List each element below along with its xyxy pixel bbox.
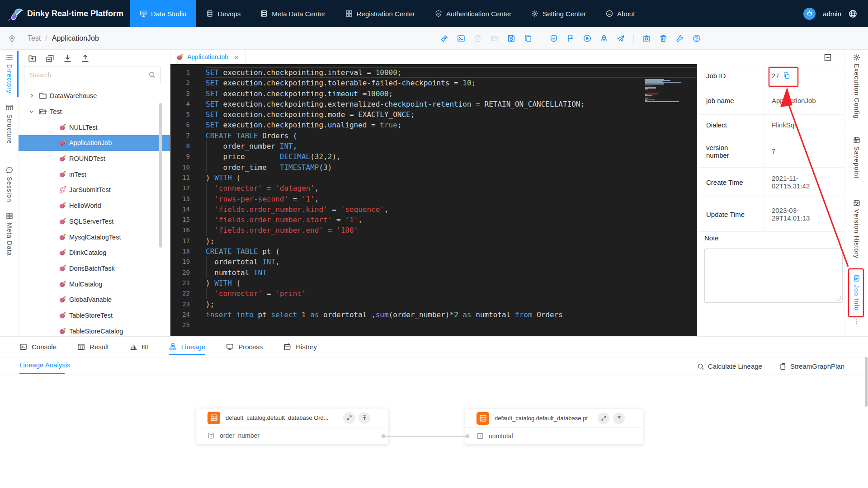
right-tab-savepoint[interactable]: Savepoint (845, 136, 868, 178)
right-tab-execution-config[interactable]: Execution Config (845, 54, 868, 119)
nav-item-devops[interactable]: Devops (196, 0, 250, 27)
editor-tab-applicationjob[interactable]: ApplicationJob × (170, 50, 245, 64)
flag-icon[interactable] (566, 34, 575, 42)
snapshot-camera-icon[interactable] (642, 34, 651, 42)
button-calculate-lineage[interactable]: Calculate Lineage (697, 362, 762, 370)
sidebar-tab-structure[interactable]: Structure (0, 104, 19, 144)
lineage-canvas[interactable]: default_catalog.default_database.Ord...o… (0, 375, 868, 488)
breadcrumb-separator: / (45, 34, 47, 42)
tree-item-globalvariable[interactable]: GlobalVariable (19, 292, 170, 308)
format-broom-icon[interactable] (440, 34, 448, 42)
tree-item-nulltest[interactable]: NULLTest (19, 119, 170, 135)
nav-item-data-studio[interactable]: SQLData Studio (130, 0, 196, 27)
folder-open-icon (39, 108, 47, 116)
page-scrollbar[interactable] (865, 357, 868, 407)
tree-item-roundtest[interactable]: ROUNDTest (19, 151, 170, 167)
bottom-tab-process[interactable]: Process (226, 337, 263, 357)
collapse-fields-icon[interactable] (613, 413, 625, 424)
lineage-node-1[interactable]: default_catalog.default_database.Ord...o… (196, 408, 389, 444)
bar-chart-icon (130, 343, 137, 351)
submit-rocket-icon[interactable] (600, 34, 608, 42)
username[interactable]: admin (823, 10, 841, 18)
tree-item-mysqlcatalogtest[interactable]: MysqlCatalogTest (19, 229, 170, 245)
tree-item-sqlservertest[interactable]: SQLServerTest (19, 214, 170, 230)
sidebar-tab-meta-data[interactable]: Meta Data (0, 212, 19, 256)
lineage-field-numtotal[interactable]: numtotal (465, 428, 643, 444)
tree-item-tablestoretest[interactable]: TableStoreTest (19, 308, 170, 324)
user-avatar[interactable] (803, 8, 816, 20)
tree-item-helloworld[interactable]: HelloWorld (19, 198, 170, 214)
tree-item-dorisbatchtask[interactable]: DorisBatchTask (19, 261, 170, 277)
flink-task-icon (58, 170, 66, 178)
bottom-tab-bi[interactable]: BI (130, 337, 148, 357)
nav-item-registration-center[interactable]: Registration Center (335, 0, 425, 27)
tree-item-jarsubmittest[interactable]: JARJarSubmitTest (19, 182, 170, 198)
tree-item-test[interactable]: Test (19, 104, 170, 120)
info-label: Create Time (699, 168, 764, 197)
run-play-icon[interactable] (583, 34, 591, 42)
code-line-22: 'connector' = 'print' (206, 288, 697, 299)
help-question-icon[interactable] (693, 34, 701, 42)
nav-item-meta-data-center[interactable]: Meta Data Center (250, 0, 335, 27)
sidebar-tab-directory[interactable]: Directory (0, 54, 19, 94)
close-tab-icon[interactable]: × (235, 53, 239, 61)
console-terminal-icon[interactable] (457, 34, 465, 42)
search-button[interactable] (144, 66, 160, 83)
editor-minimap[interactable] (645, 79, 684, 102)
send-plane-icon[interactable] (617, 34, 625, 42)
button-streamgraphplan[interactable]: StreamGraphPlan (779, 362, 844, 370)
tree-scrollbar[interactable] (159, 103, 162, 248)
import-icon[interactable] (63, 54, 72, 63)
tree-search (24, 66, 160, 83)
lineage-field-order_number[interactable]: order_number (196, 427, 388, 444)
copy-icon[interactable] (783, 72, 790, 79)
save-icon[interactable] (507, 34, 515, 42)
job-info-row-update-time: Update Time2023-03-29T14:01:13 (699, 197, 843, 232)
collapse-panel-icon[interactable] (824, 53, 832, 61)
tree-item-tablestorecatalog[interactable]: TableStoreCatalog (19, 323, 170, 336)
tree-item-mulcatalog[interactable]: MulCatalog (19, 276, 170, 292)
expand-node-icon[interactable] (598, 413, 609, 424)
copy-task-icon[interactable] (524, 34, 532, 42)
nav-item-about[interactable]: About (596, 0, 645, 27)
plan-file-icon (779, 363, 787, 370)
tree-item-dlinkcatalog[interactable]: DlinkCatalog (19, 245, 170, 261)
export-icon[interactable] (81, 54, 90, 63)
delete-trash-icon[interactable] (659, 34, 667, 42)
bottom-panel: ConsoleResultBILineageProcessHistory Lin… (0, 336, 868, 488)
bottom-tab-history[interactable]: History (283, 337, 317, 357)
note-textarea[interactable] (704, 249, 843, 303)
collapse-all-icon[interactable] (46, 54, 54, 63)
code-line-17: ); (206, 236, 697, 246)
table-icon (6, 104, 13, 111)
lineage-node-2[interactable]: default_catalog.default_database.ptnumto… (465, 408, 643, 445)
search-input[interactable] (24, 66, 144, 83)
list-icon (6, 54, 13, 61)
check-shield-icon[interactable] (550, 34, 558, 42)
bottom-tab-console[interactable]: Console (19, 337, 57, 357)
sidebar-tab-session[interactable]: Session (0, 166, 19, 202)
new-folder-icon[interactable] (28, 54, 37, 63)
nav-item-setting-center[interactable]: Setting Center (521, 0, 596, 27)
right-tab-job-info[interactable]: Job Info (845, 275, 868, 311)
tree-item-applicationjob[interactable]: ApplicationJob (19, 135, 170, 151)
chevron-down-icon[interactable] (28, 108, 35, 115)
language-globe-icon[interactable] (849, 9, 857, 18)
bottom-tab-lineage[interactable]: Lineage (169, 337, 205, 357)
tree-item-intest[interactable]: inTest (19, 166, 170, 182)
collapse-fields-icon[interactable] (359, 412, 370, 424)
expand-node-icon[interactable] (343, 412, 355, 424)
debug-wrench-icon[interactable] (676, 34, 684, 42)
more-options-icon[interactable]: ⋮ (845, 317, 868, 325)
right-tab-version-history[interactable]: Version History (845, 199, 868, 258)
sql-code-area[interactable]: 1234567891011121314151617181920212223242… (170, 64, 697, 336)
nav-item-authentication-center[interactable]: Authentication Center (425, 0, 521, 27)
flink-task-icon (58, 296, 66, 304)
breadcrumb-parent[interactable]: Test (28, 34, 41, 42)
bottom-tab-result[interactable]: Result (77, 337, 109, 357)
chevron-right-icon[interactable] (28, 93, 35, 99)
tree-item-datawarehouse[interactable]: DataWarehouse (19, 88, 170, 104)
code-line-4: SET execution.checkpointing.externalized… (206, 99, 697, 109)
flink-task-icon (58, 264, 66, 272)
tab-lineage-analysis[interactable]: Lineage Analysis (19, 361, 71, 369)
